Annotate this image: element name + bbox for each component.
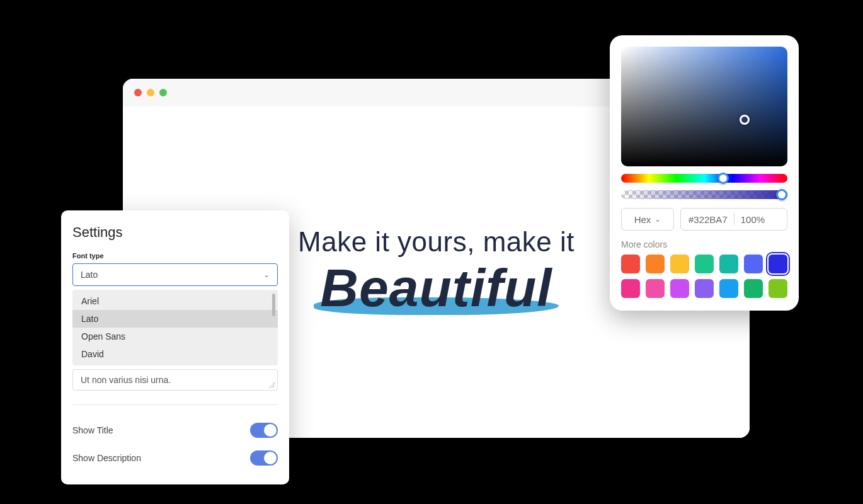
color-swatch-2[interactable] bbox=[670, 255, 689, 273]
input-separator bbox=[734, 214, 734, 225]
swatch-grid bbox=[621, 255, 787, 298]
show-title-label: Show Title bbox=[72, 425, 113, 435]
alpha-slider[interactable] bbox=[621, 190, 787, 199]
toggle-knob bbox=[264, 424, 277, 437]
color-swatch-0[interactable] bbox=[621, 255, 640, 273]
font-type-selected-value: Lato bbox=[81, 270, 98, 280]
font-option-ariel[interactable]: Ariel bbox=[72, 292, 278, 310]
color-swatch-7[interactable] bbox=[621, 279, 640, 298]
show-title-row: Show Title bbox=[72, 416, 278, 444]
chevron-down-icon: ⌄ bbox=[263, 270, 270, 279]
hero-text-bottom: Beautiful bbox=[320, 258, 552, 319]
font-option-opensans[interactable]: Open Sans bbox=[72, 328, 278, 345]
divider bbox=[72, 404, 278, 405]
color-swatch-3[interactable] bbox=[695, 255, 714, 273]
color-format-select[interactable]: Hex ⌄ bbox=[621, 208, 674, 231]
color-swatch-5[interactable] bbox=[744, 255, 763, 273]
color-swatch-6[interactable] bbox=[769, 255, 787, 273]
font-type-select[interactable]: Lato ⌄ bbox=[72, 263, 278, 286]
traffic-light-close[interactable] bbox=[134, 89, 142, 96]
toggle-knob bbox=[264, 452, 277, 464]
hex-value: #322BA7 bbox=[689, 214, 728, 225]
show-description-row: Show Description bbox=[72, 444, 278, 472]
hue-thumb[interactable] bbox=[717, 173, 729, 184]
show-description-toggle[interactable] bbox=[250, 450, 278, 466]
font-type-label: Font type bbox=[72, 252, 278, 260]
saturation-lightness-area[interactable] bbox=[621, 47, 787, 166]
gradient-cursor[interactable] bbox=[740, 115, 750, 125]
color-swatch-4[interactable] bbox=[719, 255, 738, 273]
settings-panel: Settings Font type Lato ⌄ Ariel Lato Ope… bbox=[61, 210, 289, 484]
more-colors-label: More colors bbox=[621, 239, 787, 249]
alpha-thumb[interactable] bbox=[776, 189, 787, 200]
opacity-value: 100% bbox=[741, 214, 765, 225]
font-option-lato[interactable]: Lato bbox=[72, 310, 278, 328]
font-options-dropdown: Ariel Lato Open Sans David bbox=[72, 290, 278, 365]
show-title-toggle[interactable] bbox=[250, 423, 278, 438]
color-swatch-1[interactable] bbox=[646, 255, 665, 273]
color-swatch-12[interactable] bbox=[744, 279, 763, 298]
color-swatch-13[interactable] bbox=[769, 279, 787, 298]
color-inputs-row: Hex ⌄ #322BA7 100% bbox=[621, 208, 787, 231]
show-description-label: Show Description bbox=[72, 453, 141, 463]
resize-grip-icon[interactable] bbox=[269, 382, 275, 388]
color-swatch-9[interactable] bbox=[670, 279, 689, 298]
hue-slider[interactable] bbox=[621, 174, 787, 183]
textarea-value: Ut non varius nisi urna. bbox=[81, 375, 171, 385]
font-option-david[interactable]: David bbox=[72, 345, 278, 363]
chevron-down-icon: ⌄ bbox=[654, 215, 661, 224]
hero-text-top: Make it yours, make it bbox=[298, 226, 574, 258]
traffic-light-maximize[interactable] bbox=[159, 89, 167, 96]
dropdown-scrollbar[interactable] bbox=[272, 294, 275, 316]
hero-text-bottom-wrap: Beautiful bbox=[320, 258, 552, 319]
hex-input[interactable]: #322BA7 100% bbox=[680, 208, 787, 231]
description-textarea[interactable]: Ut non varius nisi urna. bbox=[72, 369, 278, 391]
color-swatch-8[interactable] bbox=[646, 279, 665, 298]
color-swatch-11[interactable] bbox=[719, 279, 738, 298]
traffic-light-minimize[interactable] bbox=[147, 89, 154, 96]
color-picker-panel: Hex ⌄ #322BA7 100% More colors bbox=[610, 35, 799, 311]
color-format-value: Hex bbox=[634, 214, 651, 225]
settings-title: Settings bbox=[72, 224, 278, 241]
color-swatch-10[interactable] bbox=[695, 279, 714, 298]
